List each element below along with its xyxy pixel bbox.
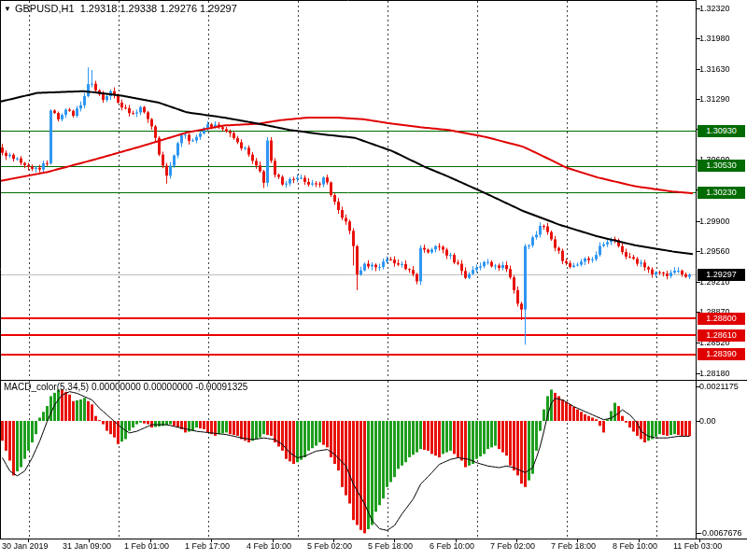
time-tick-label: 5 Feb 02:00 xyxy=(307,541,352,552)
price-tick-label: 1.29560 xyxy=(699,246,746,257)
time-tick-label: 11 Feb 03:00 xyxy=(673,541,722,552)
time-tick-label: 5 Feb 18:00 xyxy=(368,541,413,552)
macd-tick-label: 0.00 xyxy=(699,416,747,427)
indicator-name: MACD_color(5,34,5) xyxy=(4,382,89,392)
symbol-dropdown-icon[interactable]: ▼ xyxy=(4,5,11,13)
time-tick-label: 6 Feb 10:00 xyxy=(430,541,474,552)
time-tick-label: 7 Feb 02:00 xyxy=(490,541,535,552)
ohlc-readout: 1.29318 1.29338 1.29276 1.29297 xyxy=(80,3,237,14)
symbol-period-label: GBPUSD,H1 xyxy=(15,3,75,14)
indicator-label: MACD_color(5,34,5) 0.00000000 0.00000000… xyxy=(4,382,247,392)
level-price-badge: 1.30930 xyxy=(698,125,745,137)
macd-tick-label: -0.0067676 xyxy=(699,528,747,539)
level-price-badge: 1.28390 xyxy=(698,348,745,360)
price-tick-label: 1.29900 xyxy=(699,217,746,227)
price-tick-label: 1.31980 xyxy=(699,34,746,44)
time-tick-label: 1 Feb 17:00 xyxy=(185,541,230,552)
chart-canvas[interactable] xyxy=(0,0,747,560)
time-tick-label: 31 Jan 09:00 xyxy=(63,541,111,552)
time-tick-label: 1 Feb 01:00 xyxy=(124,541,169,552)
macd-tick-label: 0.0021175 xyxy=(699,382,747,392)
mt4-chart-window: ▼GBPUSD,H1 1.29318 1.29338 1.29276 1.292… xyxy=(0,0,747,560)
level-price-badge: 1.28610 xyxy=(698,329,745,342)
current-price-badge: 1.29297 xyxy=(698,269,745,281)
level-price-badge: 1.30230 xyxy=(698,187,745,199)
price-tick-label: 1.28180 xyxy=(699,369,746,379)
indicator-values: 0.00000000 0.00000000 -0.00091325 xyxy=(92,382,247,392)
price-tick-label: 1.32320 xyxy=(699,4,746,14)
level-price-badge: 1.28800 xyxy=(698,313,745,325)
price-tick-label: 1.31630 xyxy=(699,64,746,75)
time-tick-label: 8 Feb 10:00 xyxy=(613,541,657,552)
chart-title: ▼GBPUSD,H1 1.29318 1.29338 1.29276 1.292… xyxy=(4,3,237,14)
price-tick-label: 1.31290 xyxy=(699,94,746,105)
level-price-badge: 1.30530 xyxy=(698,160,745,172)
time-tick-label: 7 Feb 18:00 xyxy=(551,541,596,552)
time-tick-label: 4 Feb 10:00 xyxy=(247,541,291,552)
time-tick-label: 30 Jan 2019 xyxy=(2,541,49,552)
